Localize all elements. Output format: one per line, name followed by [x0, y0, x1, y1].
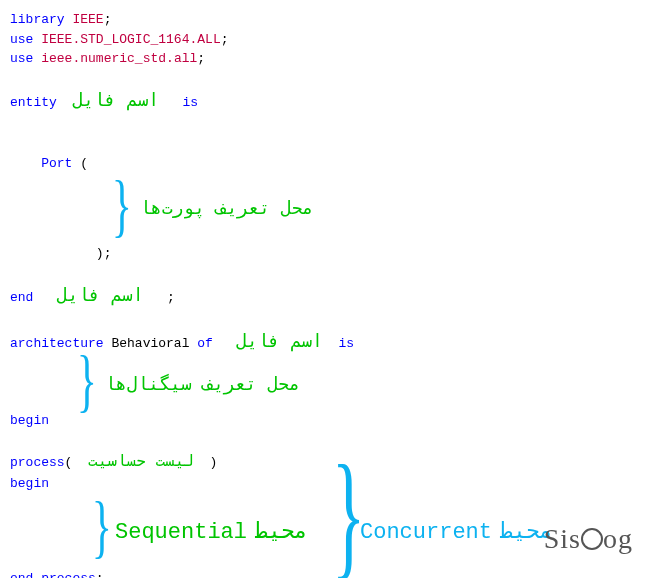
signals-block: } محل تعریف سیگنال‌ها: [10, 356, 643, 411]
kw-begin: begin: [10, 413, 49, 428]
lib-stdlogic: IEEE.STD_LOGIC_1164.ALL: [41, 32, 220, 47]
lib-numeric: ieee.numeric_std.all: [41, 51, 197, 66]
code-line-endprocess: end process;: [10, 569, 643, 579]
kw-entity: entity: [10, 95, 57, 110]
kw-use: use: [10, 32, 33, 47]
semi: ;: [104, 12, 112, 27]
annot-filename-2: اسم فایل: [57, 286, 144, 306]
watermark-sisoog: Sisog: [544, 518, 633, 560]
annot-filename-1: اسم فایل: [72, 91, 159, 111]
ports-block: } محل تعریف پورت‌ها: [10, 174, 643, 244]
blank-line: [10, 263, 643, 283]
blank-line: [10, 135, 643, 155]
annot-signals: محل تعریف سیگنال‌ها: [105, 372, 300, 399]
watermark-part1: Sis: [544, 523, 581, 554]
watermark-circle-icon: [581, 528, 603, 550]
kw-end: end: [10, 290, 33, 305]
kw-process: process: [10, 455, 65, 470]
blank-line: [10, 115, 643, 135]
annot-sequential: Sequential محیط: [115, 516, 308, 549]
annot-filename-3: اسم فایل: [236, 332, 323, 352]
blank-line: [10, 310, 643, 330]
close-paren: ): [96, 246, 104, 261]
ident-behavioral: Behavioral: [111, 336, 189, 351]
code-line-port: Port (: [10, 154, 643, 174]
kw-port: Port: [41, 156, 72, 171]
code-line-process: process( لیست حساسیت ): [10, 450, 643, 474]
code-line-begin: begin: [10, 411, 643, 431]
code-line-1: library IEEE;: [10, 10, 643, 30]
kw-is2: is: [339, 336, 355, 351]
kw-process2: process: [41, 571, 96, 579]
code-line-close-port: );: [10, 244, 643, 264]
kw-of: of: [197, 336, 213, 351]
code-line-entity: entity اسم فایل is: [10, 88, 643, 115]
kw-is: is: [183, 95, 199, 110]
lib-ieee: IEEE: [72, 12, 103, 27]
blank-line: [10, 431, 643, 451]
annot-ports: محل تعریف پورت‌ها: [140, 196, 313, 223]
code-line-2: use IEEE.STD_LOGIC_1164.ALL;: [10, 30, 643, 50]
kw-end2: end: [10, 571, 33, 579]
code-line-3: use ieee.numeric_std.all;: [10, 49, 643, 69]
code-line-arch: architecture Behavioral of اسم فایل is: [10, 329, 643, 356]
open-paren: (: [80, 156, 88, 171]
kw-use2: use: [10, 51, 33, 66]
kw-library: library: [10, 12, 65, 27]
watermark-part2: og: [603, 523, 633, 554]
annot-sensitivity: لیست حساسیت: [88, 453, 194, 471]
blank-line: [10, 69, 643, 89]
code-line-endentity: end اسم فایل ;: [10, 283, 643, 310]
annot-concurrent: Concurrent محیط: [360, 516, 553, 549]
kw-begin2: begin: [10, 476, 49, 491]
